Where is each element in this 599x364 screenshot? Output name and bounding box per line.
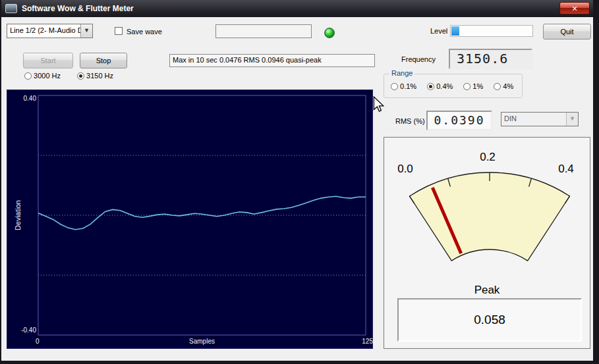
audio-device-select[interactable]: Line 1/2 (2- M-Audio De ▼: [7, 24, 93, 38]
x-axis-title: Samples: [38, 338, 366, 345]
range-0.4-radio[interactable]: 0.4%: [427, 82, 453, 90]
rms-readout: 0.0390: [426, 111, 492, 130]
peak-label: Peak: [384, 284, 590, 297]
signal-led: [324, 28, 335, 38]
weighting-select[interactable]: DIN ▼: [501, 112, 579, 126]
gauge-scale-0: 0.0: [391, 163, 420, 176]
y-max-tick: 0.40: [20, 95, 36, 102]
start-button[interactable]: Start: [23, 53, 73, 68]
close-button[interactable]: ✕: [559, 2, 590, 14]
peak-readout: 0.058: [397, 298, 582, 342]
radio-icon: [494, 83, 501, 90]
y-min-tick: -0.40: [15, 326, 36, 334]
range-0.4-label: 0.4%: [436, 82, 453, 90]
rms-label: RMS (%): [395, 117, 425, 125]
radio-icon: [427, 83, 434, 90]
radio-icon: [391, 83, 398, 90]
y-axis-title: Deviation: [14, 200, 22, 230]
window-title: Software Wow & Flutter Meter: [22, 4, 134, 13]
close-icon: ✕: [571, 5, 577, 13]
frequency-readout: 3150.6: [449, 49, 532, 69]
gauge-scale-1: 0.2: [473, 151, 502, 164]
freq-3000-radio[interactable]: 3000 Hz: [24, 72, 61, 80]
level-label: Level: [430, 27, 447, 35]
audio-device-value: Line 1/2 (2- M-Audio De: [10, 26, 80, 34]
range-0.1-radio[interactable]: 0.1%: [391, 82, 416, 90]
app-window: Software Wow & Flutter Meter ✕ Line 1/2 …: [0, 0, 599, 364]
range-1-label: 1%: [472, 82, 483, 90]
freq-3150-radio[interactable]: 3150 Hz: [77, 72, 113, 80]
frequency-label: Frequency: [401, 55, 436, 63]
gauge-face: [410, 172, 570, 261]
range-1-radio[interactable]: 1%: [463, 82, 483, 90]
chevron-down-icon: ▼: [80, 24, 92, 38]
save-wave-checkbox[interactable]: [115, 27, 123, 35]
range-4-label: 4%: [503, 82, 513, 90]
level-bar-fill: [451, 26, 459, 36]
titlebar: Software Wow & Flutter Meter ✕: [1, 0, 593, 17]
gauge-scale-2: 0.4: [552, 163, 581, 176]
range-group-label: Range: [389, 69, 414, 77]
level-meter: [450, 25, 533, 37]
waveform-line: [38, 196, 366, 230]
chevron-down-icon: ▼: [566, 113, 578, 126]
deviation-chart: 0.40 -0.40 Deviation 0 Samples 125: [7, 90, 373, 349]
quit-button[interactable]: Quit: [543, 24, 591, 39]
range-group: Range 0.1% 0.4% 1% 4%: [384, 74, 523, 98]
deviation-waveform: [7, 90, 374, 350]
analog-meter-panel: 0.0 0.2 0.4 Peak 0.058: [384, 137, 590, 349]
wave-filename-input[interactable]: [215, 24, 312, 38]
range-0.1-label: 0.1%: [400, 82, 416, 90]
save-wave-label: Save wave: [127, 28, 162, 36]
radio-icon: [24, 72, 32, 80]
range-4-radio[interactable]: 4%: [494, 82, 513, 90]
weighting-value: DIN: [504, 115, 566, 122]
freq-3000-label: 3000 Hz: [34, 72, 61, 80]
freq-3150-label: 3150 Hz: [86, 72, 113, 80]
x-max-tick: 125: [355, 338, 373, 345]
app-icon: [5, 4, 17, 13]
mouse-cursor: [372, 96, 385, 113]
radio-icon: [463, 83, 471, 90]
status-readout: Max in 10 sec 0.0476 RMS 0.0946 quasi-pe…: [169, 54, 375, 67]
radio-icon: [77, 72, 84, 80]
stop-button[interactable]: Stop: [80, 53, 127, 68]
